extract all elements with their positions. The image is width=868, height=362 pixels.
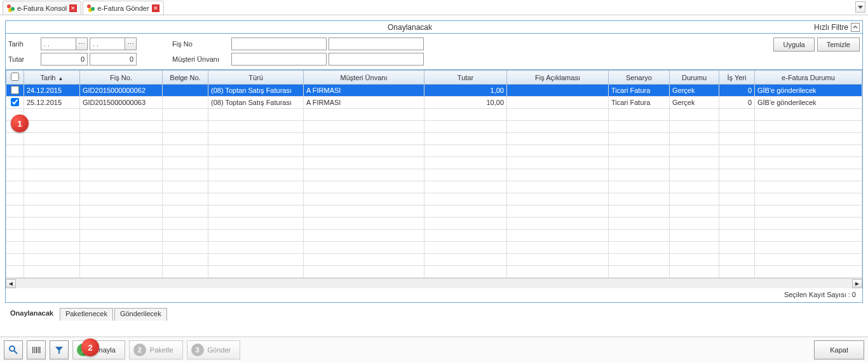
svg-rect-3 <box>32 347 34 353</box>
row-checkbox[interactable] <box>11 86 19 94</box>
table-row-empty <box>6 109 862 121</box>
step-number-badge: 3 <box>191 344 204 356</box>
sort-asc-icon: ▲ <box>58 76 63 81</box>
collapse-icon[interactable] <box>851 23 860 32</box>
table-row-empty <box>6 169 862 181</box>
action-bar: 1 Onayla 2 Paketle 3 Gönder Kapat <box>0 337 868 362</box>
filter-musteri-input[interactable] <box>231 53 327 66</box>
header-tutar[interactable]: Tutar <box>424 71 507 85</box>
table-row-empty <box>6 230 862 242</box>
filter-tutar-from[interactable]: 0 <box>41 53 88 66</box>
subtab-bar: Onaylanacak Paketlenecek Gönderilecek <box>5 308 868 321</box>
app-icon <box>7 4 15 12</box>
table-row[interactable]: 25.12.2015GID2015000000063(08) Toptan Sa… <box>6 97 862 109</box>
panel-header: Onaylanacak Hızlı Filtre <box>6 21 862 34</box>
filter-musteri-label: Müşteri Ünvanı <box>172 55 229 63</box>
subtab-paketlenecek[interactable]: Paketlenecek <box>60 308 113 321</box>
svg-line-2 <box>14 351 17 354</box>
header-fisno[interactable]: Fiş No. <box>80 71 163 85</box>
filter-fisno-input[interactable] <box>231 38 327 50</box>
header-tarih[interactable]: Tarih▲ <box>24 71 80 85</box>
close-icon[interactable]: ✕ <box>152 4 159 12</box>
svg-rect-5 <box>36 347 37 353</box>
table-row-empty <box>6 145 862 157</box>
close-icon[interactable]: ✕ <box>69 4 77 12</box>
filter-tutar-to[interactable]: 0 <box>90 53 137 66</box>
svg-marker-0 <box>858 6 863 9</box>
step-label: Paketle <box>150 346 173 354</box>
table-row-empty <box>6 242 862 254</box>
subtab-onaylanacak[interactable]: Onaylanacak <box>5 308 58 321</box>
barcode-icon <box>31 345 41 355</box>
chevron-down-icon <box>858 4 863 10</box>
tab-overflow-button[interactable] <box>855 1 865 13</box>
header-turu[interactable]: Türü <box>208 71 304 85</box>
table-row[interactable]: 24.12.2015GID2015000000062(08) Toptan Sa… <box>6 85 862 97</box>
panel-title: Onaylanacak <box>6 23 814 32</box>
quick-filter-label[interactable]: Hızlı Filtre <box>814 23 848 32</box>
app-tab-label: e-Fatura Konsol <box>17 4 67 12</box>
scroll-right-icon[interactable]: ► <box>852 279 862 288</box>
barcode-button[interactable] <box>27 340 46 359</box>
filter-tarih-to[interactable]: . . ⋯ <box>90 38 137 50</box>
header-select-all[interactable] <box>6 71 24 85</box>
annotation-callout-1: 1 <box>11 115 29 132</box>
row-checkbox[interactable] <box>11 98 19 106</box>
filter-tutar-label: Tutar <box>8 55 39 63</box>
filter-musteri-input2[interactable] <box>329 53 424 66</box>
header-belge[interactable]: Belge No. <box>163 71 208 85</box>
svg-point-1 <box>10 346 15 351</box>
filter-bar: Tarih . . ⋯ . . ⋯ Tutar 0 0 Fiş No <box>6 34 862 70</box>
table-row-empty <box>6 157 862 169</box>
table-row-empty <box>6 193 862 205</box>
step-paketle-button[interactable]: 2 Paketle <box>129 340 183 359</box>
header-musteri[interactable]: Müşteri Ünvanı <box>304 71 424 85</box>
panel-footer: Seçilen Kayıt Sayısı : 0 <box>6 288 862 302</box>
horizontal-scrollbar[interactable]: ◄ ► <box>6 278 862 288</box>
app-tab-konsol[interactable]: e-Fatura Konsol ✕ <box>3 1 81 15</box>
filter-tarih-label: Tarih <box>8 40 39 48</box>
search-icon <box>8 345 18 355</box>
main-panel: Onaylanacak Hızlı Filtre Tarih . . ⋯ . .… <box>5 20 863 303</box>
svg-marker-8 <box>55 347 63 354</box>
filter-tarih-from[interactable]: . . ⋯ <box>41 38 88 50</box>
filter-fisno-input2[interactable] <box>329 38 424 50</box>
table-row-empty <box>6 218 862 230</box>
header-sen[interactable]: Senaryo <box>609 71 670 85</box>
table-row-empty <box>6 121 862 133</box>
svg-rect-4 <box>34 347 35 353</box>
header-efat[interactable]: e-Fatura Durumu <box>755 71 862 85</box>
app-tab-bar: e-Fatura Konsol ✕ e-Fatura Gönder ✕ <box>0 0 868 15</box>
grid-header-row: Tarih▲ Fiş No. Belge No. Türü Müşteri Ün… <box>6 71 862 85</box>
close-button[interactable]: Kapat <box>814 340 864 359</box>
annotation-callout-2: 2 <box>81 338 99 356</box>
select-all-checkbox[interactable] <box>11 73 19 81</box>
subtab-gonderilecek[interactable]: Gönderilecek <box>114 308 167 321</box>
header-durum[interactable]: Durumu <box>670 71 719 85</box>
table-row-empty <box>6 205 862 218</box>
app-tab-label: e-Fatura Gönder <box>97 4 149 12</box>
step-label: Gönder <box>208 346 231 354</box>
filter-button[interactable] <box>50 340 69 359</box>
step-gonder-button[interactable]: 3 Gönder <box>187 340 241 359</box>
table-row-empty <box>6 133 862 145</box>
header-acik[interactable]: Fiş Açıklaması <box>507 71 609 85</box>
svg-rect-6 <box>38 347 39 353</box>
filter-fisno-label: Fiş No <box>172 40 229 48</box>
apply-button[interactable]: Uygula <box>773 38 814 52</box>
svg-rect-7 <box>39 347 41 353</box>
header-isyeri[interactable]: İş Yeri <box>719 71 755 85</box>
selected-count-label: Seçilen Kayıt Sayısı : 0 <box>784 291 856 298</box>
table-row-empty <box>6 254 862 266</box>
step-number-badge: 2 <box>133 344 146 356</box>
table-row-empty <box>6 266 862 278</box>
scroll-left-icon[interactable]: ◄ <box>6 279 16 288</box>
app-tab-gonder[interactable]: e-Fatura Gönder ✕ <box>83 1 163 15</box>
clear-button[interactable]: Temizle <box>817 38 860 52</box>
data-grid: Tarih▲ Fiş No. Belge No. Türü Müşteri Ün… <box>6 70 862 288</box>
date-picker-icon[interactable]: ⋯ <box>76 38 87 50</box>
funnel-icon <box>54 345 64 355</box>
app-icon <box>87 4 95 12</box>
search-button[interactable] <box>4 340 23 359</box>
date-picker-icon[interactable]: ⋯ <box>125 38 136 50</box>
